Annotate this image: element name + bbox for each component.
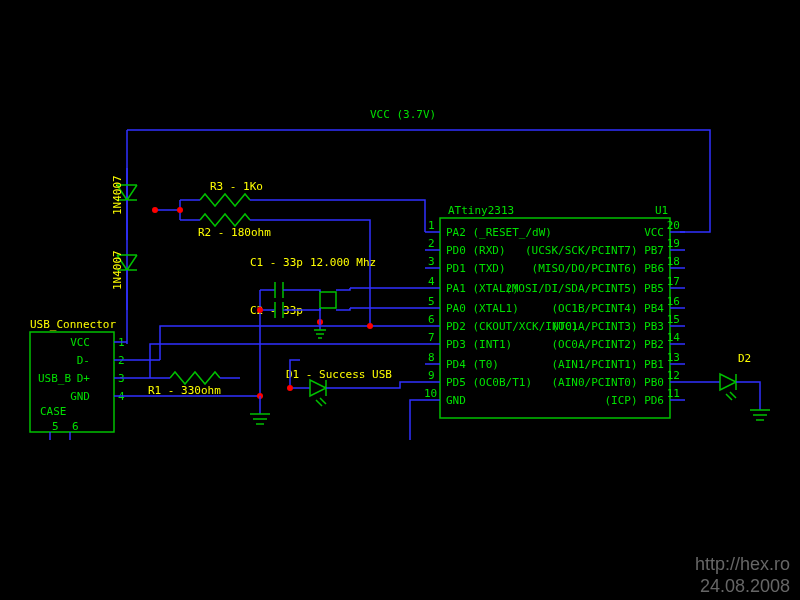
ic-r-5: (OC1A/PCINT3) PB3 xyxy=(551,320,664,333)
svg-rect-0 xyxy=(320,292,336,308)
usb-pin5: 5 xyxy=(52,420,59,433)
ic-l-6: PD3 (INT1) xyxy=(446,338,512,351)
ic-r-9: (ICP) PD6 xyxy=(604,394,664,407)
d1-label: D1 - Success USB xyxy=(286,368,392,381)
ic-r-n0: 20 xyxy=(667,219,680,232)
usb-pin6: 6 xyxy=(72,420,79,433)
ic-l-n1: 2 xyxy=(428,237,435,250)
ic-part: ATtiny2313 xyxy=(448,204,514,217)
crystal-label: 12.000 Mhz xyxy=(310,256,376,269)
ic-r-4: (OC1B/PCINT4) PB4 xyxy=(551,302,664,315)
ic-r-n2: 18 xyxy=(667,255,680,268)
ic-r-1: (UCSK/SCK/PCINT7) PB7 xyxy=(525,244,664,257)
node xyxy=(177,207,183,213)
ic-l-n8: 9 xyxy=(428,369,435,382)
ic-l-n0: 1 xyxy=(428,219,435,232)
ic-r-n7: 13 xyxy=(667,351,680,364)
usb-pin-dplus: D+ xyxy=(77,372,91,385)
ic-l-n4: 5 xyxy=(428,295,435,308)
cap-c1 xyxy=(260,282,300,298)
diode-bottom-label: 1N4007 xyxy=(111,250,124,290)
ic-l-n9: 10 xyxy=(424,387,437,400)
ic-r-n3: 17 xyxy=(667,275,680,288)
ic-r-7: (AIN1/PCINT1) PB1 xyxy=(551,358,664,371)
ic-l-2: PD1 (TXD) xyxy=(446,262,506,275)
led-d1 xyxy=(290,360,425,406)
footer-date: 24.08.2008 xyxy=(700,576,790,596)
ic-l-8: PD5 (OC0B/T1) xyxy=(446,376,532,389)
ic-l-n6: 7 xyxy=(428,331,435,344)
ic-l-1: PD0 (RXD) xyxy=(446,244,506,257)
node xyxy=(152,207,158,213)
ic-l-9: GND xyxy=(446,394,466,407)
node xyxy=(287,385,293,391)
ic-l-n3: 4 xyxy=(428,275,435,288)
ic-l-4: PA0 (XTAL1) xyxy=(446,302,519,315)
ic-r-n6: 14 xyxy=(667,331,681,344)
usb-pin-vcc: VCC xyxy=(70,336,90,349)
net-vcc-label: VCC (3.7V) xyxy=(370,108,436,121)
ic-l-n5: 6 xyxy=(428,313,435,326)
r2-label: R2 - 180ohm xyxy=(198,226,271,239)
ic-l-7: PD4 (T0) xyxy=(446,358,499,371)
ic-r-0: VCC xyxy=(644,226,664,239)
ic-r-n5: 15 xyxy=(667,313,680,326)
usb-part: USB_B xyxy=(38,372,71,385)
led-d2 xyxy=(685,374,770,420)
c1-label: C1 - 33p xyxy=(250,256,303,269)
ic-r-8: (AIN0/PCINT0) PB0 xyxy=(551,376,664,389)
r1-label: R1 - 330ohm xyxy=(148,384,221,397)
ic-r-n4: 16 xyxy=(667,295,680,308)
d2-label: D2 xyxy=(738,352,751,365)
crystal xyxy=(300,288,425,310)
ic-ref: U1 xyxy=(655,204,668,217)
ic-l-n7: 8 xyxy=(428,351,435,364)
ic-l-0: PA2 (_RESET_/dW) xyxy=(446,226,552,239)
ic-r-n9: 11 xyxy=(667,387,680,400)
usb-pin-case: CASE xyxy=(40,405,67,418)
ic-r-2: (MISO/DO/PCINT6) PB6 xyxy=(532,262,664,275)
ic-l-n2: 3 xyxy=(428,255,435,268)
node xyxy=(367,323,373,329)
ic-r-n1: 19 xyxy=(667,237,680,250)
usb-pin-dminus: D- xyxy=(77,354,90,367)
r3-label: R3 - 1Ko xyxy=(210,180,263,193)
diode-top-label: 1N4007 xyxy=(111,175,124,215)
resistor-r1 xyxy=(150,372,240,384)
ic-r-3: (MOSI/DI/SDA/PCINT5) PB5 xyxy=(505,282,664,295)
usb-pin-gnd: GND xyxy=(70,390,90,403)
node xyxy=(257,307,263,313)
usb-title: USB_Connector xyxy=(30,318,116,331)
gnd-symbol xyxy=(250,414,270,424)
footer-url: http://hex.ro xyxy=(695,554,790,574)
ic-r-6: (OC0A/PCINT2) PB2 xyxy=(551,338,664,351)
ic-r-n8: 12 xyxy=(667,369,680,382)
